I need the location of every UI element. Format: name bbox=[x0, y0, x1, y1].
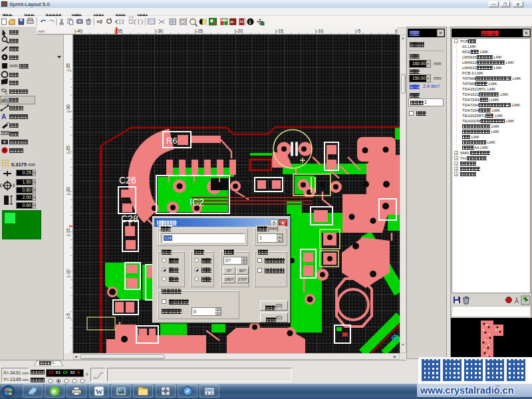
svg-text:mm: mm bbox=[38, 29, 45, 33]
svg-text:|-15: |-15 bbox=[66, 228, 71, 236]
svg-text:×2: ×2 bbox=[96, 19, 102, 25]
svg-text:|-25: |-25 bbox=[195, 29, 203, 34]
svg-text:C28: C28 bbox=[121, 213, 138, 224]
svg-text:|-40: |-40 bbox=[74, 29, 82, 34]
svg-text:BK: BK bbox=[230, 21, 235, 25]
svg-text:i: i bbox=[249, 19, 251, 25]
svg-text:0.3175 mm: 0.3175 mm bbox=[11, 162, 35, 168]
svg-text:|-5: |-5 bbox=[66, 313, 71, 319]
svg-text:|0: |0 bbox=[395, 29, 398, 34]
svg-text:ab|: ab| bbox=[1, 97, 9, 104]
svg-text:|-20: |-20 bbox=[235, 29, 243, 34]
svg-text:|-15: |-15 bbox=[275, 29, 283, 34]
svg-text:M: M bbox=[239, 19, 243, 24]
svg-text:|-20: |-20 bbox=[66, 187, 71, 195]
svg-text:IC2: IC2 bbox=[190, 197, 204, 207]
svg-text:C26: C26 bbox=[119, 175, 136, 186]
svg-text:|-10: |-10 bbox=[66, 269, 71, 277]
svg-text:R6: R6 bbox=[166, 136, 178, 146]
svg-text:|-35: |-35 bbox=[114, 29, 122, 34]
svg-text:|-25: |-25 bbox=[66, 146, 71, 154]
svg-text:A: A bbox=[1, 113, 6, 120]
svg-text:|-30: |-30 bbox=[155, 29, 163, 34]
svg-text:W: W bbox=[96, 388, 103, 396]
svg-text:|-10: |-10 bbox=[315, 29, 323, 34]
svg-text:e: e bbox=[52, 387, 56, 395]
svg-text:|-30: |-30 bbox=[66, 104, 71, 112]
svg-text:|-5: |-5 bbox=[355, 29, 360, 34]
svg-text:|-35: |-35 bbox=[66, 63, 71, 71]
